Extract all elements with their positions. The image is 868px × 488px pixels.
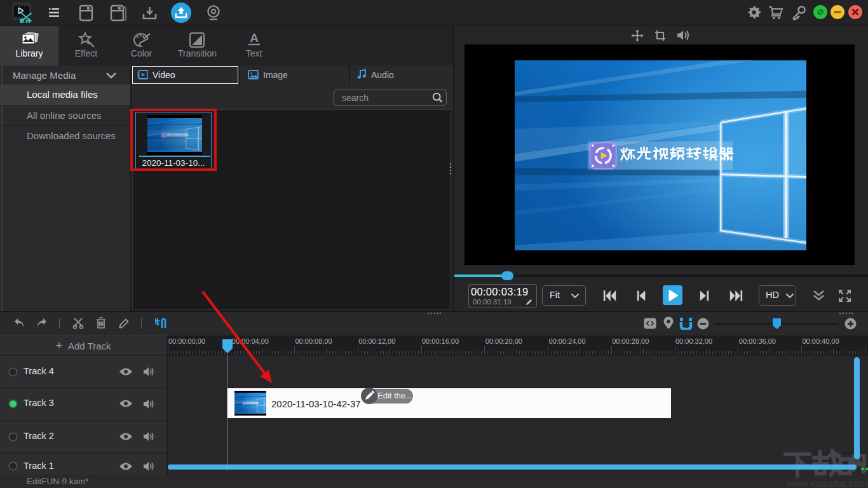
- svg-text:00:00:40,00: 00:00:40,00: [803, 337, 839, 345]
- svg-text:00:00:12,00: 00:00:12,00: [358, 337, 395, 345]
- svg-text:00:00:16,00: 00:00:16,00: [422, 337, 459, 345]
- svg-text:00:00:08,00: 00:00:08,00: [295, 337, 332, 345]
- svg-text:00:00:32,00: 00:00:32,00: [675, 337, 712, 345]
- svg-text:00:00:20,00: 00:00:20,00: [485, 337, 522, 345]
- svg-text:00:00:24,00: 00:00:24,00: [549, 337, 586, 345]
- svg-text:00:00:36,00: 00:00:36,00: [739, 337, 776, 345]
- svg-text:00:00:28,00: 00:00:28,00: [612, 337, 649, 345]
- svg-text:A: A: [250, 32, 259, 44]
